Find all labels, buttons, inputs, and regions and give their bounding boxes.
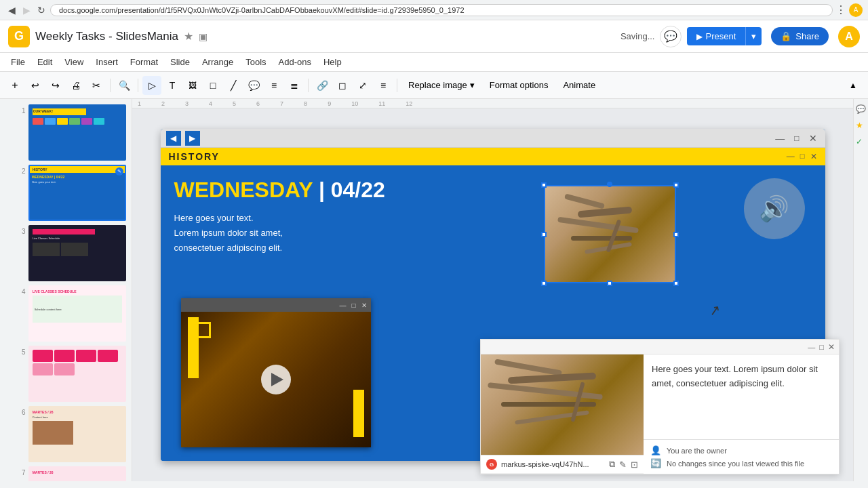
menu-tools[interactable]: Tools <box>240 55 271 69</box>
menu-addons[interactable]: Add-ons <box>273 55 317 69</box>
tooltip-maximize[interactable]: □ <box>819 343 824 351</box>
tooltip-footer: 👤 You are the owner 🔄 No changes since y… <box>644 439 839 474</box>
chat-button[interactable]: 💬 <box>660 26 682 47</box>
saving-status: Saving... <box>620 31 655 41</box>
resize-handle-tl[interactable] <box>541 182 547 188</box>
share-button[interactable]: 🔒 Share <box>771 27 829 45</box>
video-body[interactable] <box>181 312 371 447</box>
user-avatar[interactable]: A <box>838 26 860 47</box>
print-button[interactable]: 🖨 <box>66 76 85 95</box>
pres-nav-back[interactable]: ◀ <box>166 131 181 146</box>
back-button[interactable]: ◀ <box>5 5 18 16</box>
image-attribution: G markus-spiske-vqU47hN... ⧉ ✎ ⊡ <box>481 455 644 474</box>
undo-button[interactable]: ↩ <box>26 76 45 95</box>
resize-handle-ml[interactable] <box>541 232 547 237</box>
resize-handle-bm[interactable] <box>607 281 612 286</box>
mask-button[interactable]: ⤢ <box>353 76 372 95</box>
distribute-tool[interactable]: ≣ <box>285 76 304 95</box>
menu-edit[interactable]: Edit <box>32 55 58 69</box>
sound-icon-symbol: 🔊 <box>759 195 789 223</box>
attribution-copy[interactable]: ⧉ <box>609 459 615 470</box>
menu-slide[interactable]: Slide <box>165 55 195 69</box>
history-maximize[interactable]: □ <box>800 152 805 161</box>
right-panel-check-icon[interactable]: ✓ <box>856 137 867 148</box>
slide-thumb-5[interactable]: 5 <box>16 346 126 402</box>
slide-date: WEDNESDAY | 04/22 <box>174 178 812 203</box>
attribution-edit[interactable]: ✎ <box>619 460 627 470</box>
add-button[interactable]: + <box>5 76 24 95</box>
pres-nav-forward[interactable]: ▶ <box>185 131 200 146</box>
resize-handle-top[interactable] <box>607 182 612 187</box>
collapse-toolbar-button[interactable]: ▲ <box>844 76 863 95</box>
slide-date-separator: | <box>319 178 331 202</box>
text-tool[interactable]: T <box>163 76 182 95</box>
history-minimize[interactable]: — <box>787 152 795 161</box>
drive-icon[interactable]: ▣ <box>199 31 208 42</box>
shape-tool[interactable]: □ <box>203 76 222 95</box>
play-button[interactable] <box>261 365 291 394</box>
tooltip-minimize[interactable]: — <box>808 343 815 351</box>
slide-thumb-6[interactable]: 6 MARTES / 26 Content here <box>16 406 126 462</box>
line-tool[interactable]: ╱ <box>224 76 243 95</box>
user-profile-icon[interactable]: A <box>849 3 863 17</box>
attribution-more[interactable]: ⊡ <box>631 460 638 470</box>
arrange-button[interactable]: ≡ <box>374 76 393 95</box>
menu-arrange[interactable]: Arrange <box>197 55 239 69</box>
format-paint-button[interactable]: ✂ <box>87 76 106 95</box>
menu-file[interactable]: File <box>5 55 31 69</box>
resize-handle-bl[interactable] <box>541 281 547 286</box>
resize-handle-tr[interactable] <box>673 182 679 188</box>
slide-thumb-7[interactable]: 7 MARTES / 26 <box>16 466 126 481</box>
resize-handle-mr[interactable] <box>673 232 679 237</box>
browser-menu-icon[interactable]: ⋮ <box>835 3 846 16</box>
redo-button[interactable]: ↪ <box>46 76 65 95</box>
align-tool[interactable]: ≡ <box>264 76 283 95</box>
format-options-button[interactable]: Format options <box>483 76 555 95</box>
image-info-tooltip: — □ ✕ <box>480 339 840 474</box>
animate-button[interactable]: Animate <box>556 76 602 95</box>
resize-handle-br[interactable] <box>673 281 679 286</box>
tooltip-fossil-image <box>481 354 644 455</box>
pres-close[interactable]: ✕ <box>806 133 820 144</box>
play-icon <box>271 373 283 386</box>
tooltip-titlebar: — □ ✕ <box>481 340 839 354</box>
video-window[interactable]: — □ ✕ <box>181 298 371 447</box>
present-dropdown[interactable]: ▾ <box>745 27 762 45</box>
fossil-image-selected[interactable] <box>544 185 676 283</box>
select-tool[interactable]: ▷ <box>142 76 161 95</box>
pres-minimize[interactable]: — <box>772 133 787 144</box>
menu-view[interactable]: View <box>59 55 89 69</box>
zoom-button[interactable]: 🔍 <box>115 76 134 95</box>
present-button[interactable]: ▶ Present <box>687 27 745 45</box>
video-maximize[interactable]: □ <box>351 302 355 309</box>
slide-thumb-4[interactable]: 4 LIVE CLASSES SCHEDULE Schedule content… <box>16 285 126 342</box>
slide-date-day: WEDNESDAY <box>174 178 313 202</box>
video-close[interactable]: ✕ <box>361 302 367 309</box>
slide-number-7: 7 <box>16 469 26 476</box>
forward-button[interactable]: ▶ <box>20 5 33 16</box>
slide-thumb-1[interactable]: 1 OUR WEEK! <box>16 104 126 161</box>
replace-image-button[interactable]: Replace image ▾ <box>401 76 481 95</box>
menu-format[interactable]: Format <box>125 55 163 69</box>
tooltip-close[interactable]: ✕ <box>828 342 835 352</box>
sound-icon[interactable]: 🔊 <box>744 178 805 239</box>
pres-titlebar: ◀ ▶ — □ ✕ <box>161 129 825 148</box>
right-panel-comments-icon[interactable]: 💬 <box>856 104 867 115</box>
crop-button[interactable]: ◻ <box>333 76 352 95</box>
fossil-image-content <box>544 185 676 283</box>
pres-maximize[interactable]: □ <box>791 134 802 143</box>
image-tool[interactable]: 🖼 <box>183 76 202 95</box>
right-panel-star-icon[interactable]: ★ <box>856 121 867 131</box>
link-button[interactable]: 🔗 <box>313 76 332 95</box>
menu-insert[interactable]: Insert <box>90 55 123 69</box>
slide-thumb-2[interactable]: 2 HISTORY WEDNESDAY | 04/22 Here goes yo… <box>16 165 126 221</box>
url-bar[interactable]: docs.google.com/presentation/d/1f5RVQx0J… <box>50 4 833 16</box>
slide-thumb-3[interactable]: 3 Live Classes Schedule <box>16 225 126 281</box>
comment-tool[interactable]: 💬 <box>244 76 263 95</box>
video-minimize[interactable]: — <box>339 302 346 309</box>
footer-owner-row: 👤 You are the owner <box>650 444 832 457</box>
history-close[interactable]: ✕ <box>810 152 817 161</box>
reload-button[interactable]: ↻ <box>35 5 47 16</box>
menu-help[interactable]: Help <box>318 55 347 69</box>
star-icon[interactable]: ★ <box>184 30 193 43</box>
